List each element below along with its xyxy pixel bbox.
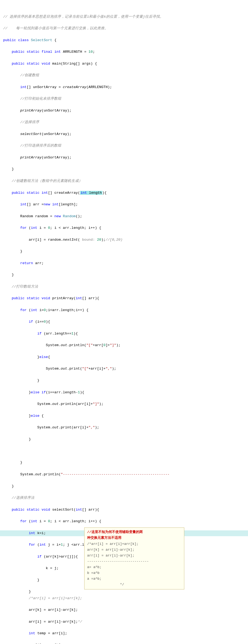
- line-37: }: [0, 437, 248, 442]
- line-55: arr[i] = arr[k];: [0, 642, 248, 644]
- line-23: }: [0, 272, 248, 278]
- line-3: public class SelectSort {: [0, 37, 248, 43]
- line-31: System.out.print("["+arr[i]+",");: [0, 366, 248, 372]
- line-17: int[] arr =new int[length];: [0, 202, 248, 207]
- line-36: System.out.print(arr[i]+",");: [0, 425, 248, 430]
- line-35: }else {: [0, 413, 248, 419]
- line-26: for (int i=0;i<arr.length;i++) {: [0, 307, 248, 313]
- code-block: // 选择排序的基本思想是目泡排序，记录当前位置i和最小值k的位置，使用一个变量…: [0, 0, 248, 614]
- line-33: }else if(i==arr.length-1){: [0, 390, 248, 395]
- line-25: public static void printArray(int[] arr)…: [0, 296, 248, 301]
- line-12: //打印选择排序后的数组: [0, 143, 248, 149]
- line-34: System.out.println(arr[i]+"]");: [0, 401, 248, 407]
- popup-annotation: //这里不知为何不使用辅助变量的两种交换元素方法不适用 /*arr[i] = a…: [84, 527, 184, 589]
- line-5: public static void main(String[] args) {: [0, 61, 248, 67]
- line-51: /*arr[i] = arr[i]+arr[k];: [0, 595, 248, 601]
- line-39: }: [0, 460, 248, 466]
- line-54: int temp = arr[i];: [0, 631, 248, 636]
- line-44: for (int i = 0; i < arr.length; i++) {: [0, 519, 248, 524]
- line-2: // 每一轮找到最小值后与第一个元素进行交换，以此类推。: [0, 26, 248, 31]
- line-15: //创建数组方法（数组中的元素随机生成）: [0, 178, 248, 184]
- line-38: [0, 448, 248, 454]
- line-27: if (i==0){: [0, 319, 248, 325]
- line-41: }: [0, 483, 248, 489]
- line-16: public static int[] createArray(int leng…: [0, 190, 248, 196]
- line-21: }: [0, 249, 248, 254]
- code-block-2: /*arr[i] = arr[i]+arr[k]; arr[k] = arr[i…: [0, 589, 248, 644]
- code-container: // 选择排序的基本思想是目泡排序，记录当前位置i和最小值k的位置，使用一个变量…: [0, 0, 248, 644]
- line-42: //选择排序法: [0, 495, 248, 501]
- line-22: return arr;: [0, 260, 248, 266]
- line-40: System.out.println("--------------------…: [0, 472, 248, 477]
- line-7: int[] unSortArray = createArray(ARRLENGT…: [0, 84, 248, 90]
- line-14: }: [0, 166, 248, 172]
- line-11: selectSort(unSortArray);: [0, 131, 248, 137]
- line-20: arr[i] = random.nextInt( bound: 20);//[0…: [0, 237, 248, 243]
- line-13: printArray(unSortArray);: [0, 155, 248, 161]
- line-53: arr[i] = arr[i]-arr[k];*/: [0, 619, 248, 625]
- line-1: // 选择排序的基本思想是目泡排序，记录当前位置i和最小值k的位置，使用一个变量…: [0, 14, 248, 20]
- line-43: public static void selectSort(int[] arr)…: [0, 507, 248, 513]
- line-32: }: [0, 378, 248, 384]
- line-6: //创建数组: [0, 72, 248, 78]
- line-52: arr[k] = arr[i]-arr[k];: [0, 607, 248, 613]
- line-10: //选择排序: [0, 119, 248, 125]
- line-24: //打印数组方法: [0, 284, 248, 290]
- line-29: System.out.println("["+arr[0]+"]");: [0, 342, 248, 348]
- line-19: for (int i = 0; i < arr.length; i++) {: [0, 225, 248, 231]
- line-8: //打印初始化未排序数组: [0, 96, 248, 102]
- line-9: printArray(unSortArray);: [0, 108, 248, 114]
- line-28: if (arr.length==1){: [0, 331, 248, 337]
- line-4: public static final int ARRLENGTH = 10;: [0, 49, 248, 55]
- line-30: }else{: [0, 354, 248, 360]
- line-18: Random random = new Random();: [0, 214, 248, 219]
